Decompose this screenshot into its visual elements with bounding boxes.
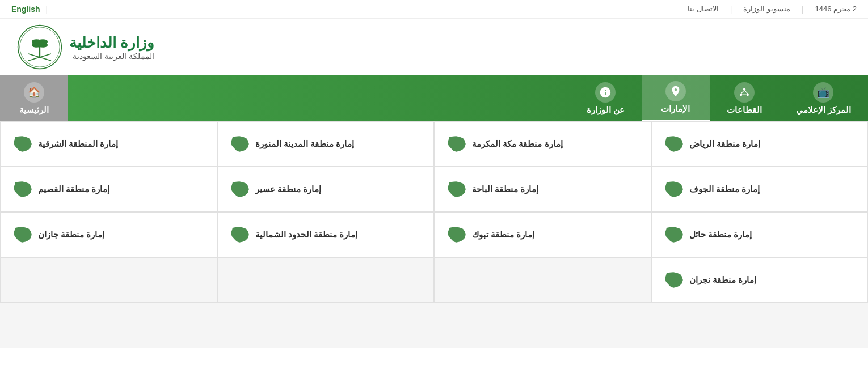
region-name: إمارة منطقة حائل bbox=[689, 230, 752, 240]
nav-label-sectors: القطاعات bbox=[727, 105, 762, 115]
region-name: إمارة منطقة الحدود الشمالية bbox=[255, 230, 358, 240]
media-icon: 📺 bbox=[813, 82, 833, 103]
nav-item-about[interactable]: عن الوزارة bbox=[570, 75, 642, 121]
region-cell[interactable]: إمارة منطقة مكة المكرمة bbox=[434, 121, 651, 167]
staff-link[interactable]: منسوبو الوزارة bbox=[743, 5, 790, 14]
svg-point-8 bbox=[743, 88, 745, 90]
saudi-map-icon bbox=[663, 181, 684, 198]
region-name: إمارة منطقة الباحة bbox=[472, 184, 538, 194]
region-cell[interactable]: إمارة منطقة جازان bbox=[0, 212, 217, 257]
region-name: إمارة منطقة القصيم bbox=[38, 184, 109, 194]
nav-item-media[interactable]: 📺 المركز الإعلامي bbox=[779, 75, 868, 121]
contact-link[interactable]: الاتصال بنا bbox=[688, 5, 719, 14]
saudi-map-icon bbox=[12, 226, 32, 243]
home-icon: 🏠 bbox=[24, 82, 44, 103]
logo-text: وزارة الداخلية المملكة العربية السعودية bbox=[69, 34, 154, 61]
saudi-map-icon bbox=[663, 271, 684, 288]
region-cell[interactable]: إمارة منطقة الرياض bbox=[651, 121, 869, 167]
top-bar: English | 2 محرم 1446 | منسوبو الوزارة |… bbox=[0, 0, 868, 19]
nav-item-emirates[interactable]: الإمارات bbox=[642, 75, 710, 121]
region-cell[interactable]: إمارة منطقة حائل bbox=[651, 212, 869, 257]
emirates-icon bbox=[665, 81, 686, 101]
region-cell[interactable]: إمارة منطقة الحدود الشمالية bbox=[217, 212, 435, 257]
nav-bar: 📺 المركز الإعلامي القطاعات الإمارات bbox=[0, 75, 868, 121]
region-cell[interactable]: إمارة منطقة تبوك bbox=[434, 212, 651, 257]
content-area: إمارة منطقة الرياض إمارة منطقة مكة المكر… bbox=[0, 121, 868, 348]
region-name: إمارة منطقة نجران bbox=[689, 275, 756, 285]
saudi-map-icon bbox=[446, 181, 466, 198]
svg-point-10 bbox=[747, 94, 749, 96]
sep2: | bbox=[730, 5, 732, 14]
regions-grid: إمارة منطقة الرياض إمارة منطقة مكة المكر… bbox=[0, 121, 868, 303]
saudi-map-icon bbox=[663, 226, 684, 243]
region-name: إمارة المنطقة الشرقية bbox=[38, 139, 118, 149]
region-name: إمارة منطقة تبوك bbox=[472, 230, 534, 240]
region-cell[interactable]: إمارة منطقة عسير bbox=[217, 167, 435, 212]
sectors-icon bbox=[734, 82, 755, 103]
english-link[interactable]: English bbox=[11, 5, 40, 14]
saudi-map-icon bbox=[229, 226, 250, 243]
sep1: | bbox=[46, 5, 48, 14]
logo-container: وزارة الداخلية المملكة العربية السعودية bbox=[17, 24, 154, 70]
arabic-links: 2 محرم 1446 | منسوبو الوزارة | الاتصال ب… bbox=[688, 5, 857, 14]
region-cell[interactable]: إمارة منطقة الجوف bbox=[651, 167, 869, 212]
region-cell bbox=[217, 257, 435, 303]
sep3: | bbox=[802, 5, 804, 14]
region-name: إمارة منطقة جازان bbox=[38, 230, 104, 240]
saudi-map-icon bbox=[12, 135, 32, 152]
nav-item-sectors[interactable]: القطاعات bbox=[710, 75, 779, 121]
region-name: إمارة منطقة الرياض bbox=[689, 139, 760, 149]
region-cell[interactable]: إمارة منطقة القصيم bbox=[0, 167, 217, 212]
region-name: إمارة منطقة الجوف bbox=[689, 184, 760, 194]
region-name: إمارة منطقة عسير bbox=[255, 184, 321, 194]
region-name: إمارة منطقة المدينة المنورة bbox=[255, 139, 355, 149]
about-icon bbox=[595, 82, 616, 103]
saudi-map-icon bbox=[12, 181, 32, 198]
region-cell[interactable]: إمارة المنطقة الشرقية bbox=[0, 121, 217, 167]
date-label: 2 محرم 1446 bbox=[815, 5, 857, 14]
region-cell bbox=[434, 257, 651, 303]
region-cell[interactable]: إمارة منطقة الباحة bbox=[434, 167, 651, 212]
saudi-map-icon bbox=[229, 181, 250, 198]
svg-line-12 bbox=[744, 90, 748, 94]
svg-point-5 bbox=[33, 41, 47, 46]
country-name: المملكة العربية السعودية bbox=[69, 52, 154, 61]
saudi-map-icon bbox=[446, 226, 466, 243]
nav-item-home[interactable]: 🏠 الرئيسية bbox=[0, 75, 68, 121]
ministry-emblem bbox=[17, 24, 62, 70]
region-cell[interactable]: إمارة منطقة نجران bbox=[651, 257, 869, 303]
nav-label-about: عن الوزارة bbox=[587, 105, 625, 115]
ministry-name: وزارة الداخلية bbox=[69, 34, 154, 52]
region-name: إمارة منطقة مكة المكرمة bbox=[472, 139, 563, 149]
saudi-map-icon bbox=[663, 135, 684, 152]
nav-label-home: الرئيسية bbox=[19, 105, 49, 115]
nav-label-media: المركز الإعلامي bbox=[796, 105, 851, 115]
region-cell bbox=[0, 257, 217, 303]
svg-line-11 bbox=[741, 90, 744, 94]
region-cell[interactable]: إمارة منطقة المدينة المنورة bbox=[217, 121, 435, 167]
saudi-map-icon bbox=[446, 135, 466, 152]
svg-point-9 bbox=[740, 94, 742, 96]
saudi-map-icon bbox=[229, 135, 250, 152]
header: وزارة الداخلية المملكة العربية السعودية bbox=[0, 19, 868, 75]
nav-label-emirates: الإمارات bbox=[661, 104, 690, 114]
